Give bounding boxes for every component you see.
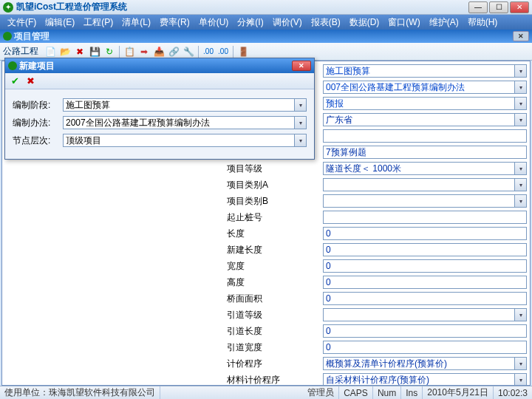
- dialog-toolbar: ✔ ✖: [5, 73, 314, 89]
- tool-icon[interactable]: 🔧: [182, 45, 195, 58]
- form-input[interactable]: [323, 178, 515, 191]
- form-input[interactable]: [323, 81, 515, 94]
- dialog-input[interactable]: [63, 98, 295, 112]
- dropdown-button[interactable]: ▾: [515, 162, 527, 175]
- form-label: 引道宽度: [227, 341, 323, 354]
- form-field: [323, 211, 527, 224]
- dropdown-button[interactable]: ▾: [295, 98, 307, 112]
- form-input[interactable]: [323, 259, 527, 273]
- export-icon[interactable]: ➡: [137, 45, 151, 58]
- form-field: ▾: [323, 162, 527, 175]
- dialog-field: ▾: [63, 98, 307, 112]
- menu-maintain[interactable]: 维护(A): [425, 16, 463, 29]
- dropdown-button[interactable]: ▾: [515, 308, 527, 321]
- cancel-icon[interactable]: ✖: [24, 75, 37, 88]
- minimize-button[interactable]: —: [468, 1, 488, 13]
- import-icon[interactable]: 📥: [152, 45, 166, 58]
- form-field: ▾: [323, 97, 527, 110]
- form-input[interactable]: [323, 211, 527, 224]
- menu-allocate[interactable]: 分摊(I): [233, 16, 267, 29]
- dialog-title-bar: 新建项目 ✕: [5, 58, 314, 73]
- sub-close-button[interactable]: ✕: [513, 31, 529, 41]
- dropdown-button[interactable]: ▾: [515, 178, 527, 191]
- form-field: [323, 292, 527, 305]
- refresh-icon[interactable]: ↻: [103, 45, 116, 58]
- dialog-row: 编制办法:▾: [13, 116, 307, 129]
- form-input[interactable]: [323, 162, 515, 175]
- form-field: [323, 341, 527, 354]
- form-label: 材料计价程序: [227, 374, 323, 386]
- menu-list[interactable]: 清单(L): [117, 16, 155, 29]
- menu-edit[interactable]: 编辑(E): [41, 16, 79, 29]
- form-input[interactable]: [323, 97, 515, 110]
- dialog-label: 编制办法:: [13, 117, 63, 129]
- confirm-icon[interactable]: ✔: [8, 75, 21, 88]
- exit-icon[interactable]: 🚪: [236, 45, 250, 58]
- dropdown-button[interactable]: ▾: [515, 81, 527, 94]
- menu-rate[interactable]: 费率(R): [155, 16, 194, 29]
- new-icon[interactable]: 📄: [44, 45, 57, 58]
- form-input[interactable]: [323, 292, 527, 305]
- menu-help[interactable]: 帮助(H): [463, 16, 502, 29]
- menu-unitprice[interactable]: 单价(U): [194, 16, 233, 29]
- close-button[interactable]: ✕: [510, 1, 529, 13]
- form-input[interactable]: [323, 227, 527, 240]
- delete-icon[interactable]: ✖: [73, 45, 86, 58]
- form-label: 长度: [227, 228, 323, 240]
- separator: [198, 46, 199, 58]
- toolbar-label: 公路工程: [3, 45, 38, 58]
- form-input[interactable]: [323, 373, 515, 385]
- menu-file[interactable]: 文件(F): [3, 16, 41, 29]
- form-input[interactable]: [323, 341, 527, 354]
- link-icon[interactable]: 🔗: [167, 45, 180, 58]
- form-input[interactable]: [323, 324, 527, 338]
- form-label: 引道长度: [227, 325, 323, 338]
- dropdown-button[interactable]: ▾: [515, 64, 527, 78]
- form-row: 项目类别B▾: [224, 193, 530, 209]
- status-num: Num: [373, 386, 401, 399]
- decimal2-icon[interactable]: .00: [216, 45, 230, 58]
- sub-window-title: 项目管理: [14, 30, 50, 43]
- menu-data[interactable]: 数据(D): [345, 16, 384, 29]
- form-field: ▾: [323, 308, 527, 321]
- form-input[interactable]: [323, 113, 515, 126]
- form-input[interactable]: [323, 308, 515, 321]
- dialog-input[interactable]: [63, 116, 295, 129]
- dropdown-button[interactable]: ▾: [295, 116, 307, 129]
- menu-window[interactable]: 窗口(W): [383, 16, 424, 29]
- form-field: [323, 243, 527, 256]
- maximize-button[interactable]: ☐: [489, 1, 508, 13]
- decimal-icon[interactable]: .00: [202, 45, 215, 58]
- dialog-icon: [8, 61, 17, 70]
- form-input[interactable]: [323, 357, 515, 370]
- form-field: ▾: [323, 113, 527, 126]
- menu-report[interactable]: 报表(B): [307, 16, 345, 29]
- dropdown-button[interactable]: ▾: [515, 113, 527, 126]
- form-input[interactable]: [323, 276, 527, 289]
- form-input[interactable]: [323, 243, 527, 256]
- form-input[interactable]: [323, 64, 515, 78]
- dropdown-button[interactable]: ▾: [295, 134, 307, 147]
- dialog-input[interactable]: [63, 134, 295, 147]
- copy-icon[interactable]: 📋: [123, 45, 136, 58]
- dropdown-button[interactable]: ▾: [515, 373, 527, 385]
- form-input[interactable]: [323, 146, 527, 159]
- form-field: ▾: [323, 64, 527, 78]
- form-input[interactable]: [323, 194, 515, 208]
- save-icon[interactable]: 💾: [88, 45, 101, 58]
- menu-adjust[interactable]: 调价(V): [268, 16, 307, 29]
- status-caps: CAPS: [339, 386, 373, 399]
- dialog-close-button[interactable]: ✕: [292, 61, 311, 71]
- form-field: ▾: [323, 373, 527, 385]
- dropdown-button[interactable]: ▾: [515, 97, 527, 110]
- open-icon[interactable]: 📂: [58, 45, 72, 58]
- form-input[interactable]: [323, 129, 527, 143]
- menu-project[interactable]: 工程(P): [79, 16, 117, 29]
- status-date: 2010年5月21日: [423, 386, 494, 399]
- form-row: 引道宽度: [224, 339, 530, 355]
- dropdown-button[interactable]: ▾: [515, 357, 527, 370]
- dropdown-button[interactable]: ▾: [515, 194, 527, 208]
- form-label: 项目类别B: [227, 195, 323, 208]
- status-user: 管理员: [303, 386, 339, 399]
- status-bar: 使用单位：珠海凯望软件科技有限公司 管理员 CAPS Num Ins 2010年…: [0, 386, 532, 399]
